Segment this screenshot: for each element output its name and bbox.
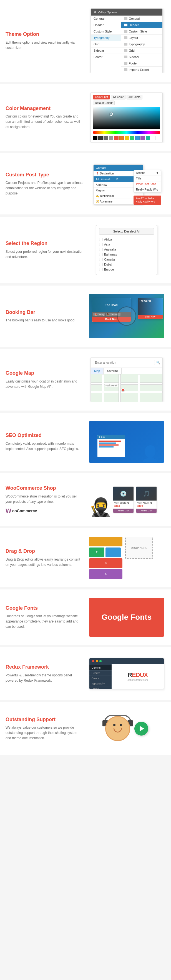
checkbox-africa[interactable]: [99, 238, 103, 241]
checkbox-bahamas[interactable]: [99, 253, 103, 256]
color-tab-alt[interactable]: Alt Color: [111, 95, 125, 99]
right-item-sidebar[interactable]: Sidebar: [121, 54, 162, 60]
tab-map[interactable]: Map: [91, 368, 103, 374]
dnd-text: Drag & Drop Drag & Drop editor allows ea…: [6, 548, 88, 568]
region-select-all[interactable]: Select / Deselect All: [99, 228, 154, 235]
dnd-cell-blue[interactable]: [106, 547, 121, 557]
booking-card-2-btn[interactable]: Book Now: [138, 315, 163, 319]
map-tabs: Map Satellite: [91, 368, 162, 374]
theme-menu-right: General Header Custom Style Layout Typog…: [121, 16, 162, 73]
menu-item-footer[interactable]: Footer: [91, 54, 121, 60]
woo-add-cart-1[interactable]: Add to Cart: [113, 509, 133, 513]
dnd-drop-zone[interactable]: DROP HERE: [125, 537, 153, 559]
swatch-teal[interactable]: [146, 136, 150, 140]
right-item-grid[interactable]: Grid: [121, 48, 162, 54]
map-marker[interactable]: [121, 388, 125, 391]
redux-dot-red: [92, 660, 94, 662]
menu-icon-import: [124, 68, 127, 71]
swatch-yellow[interactable]: [125, 136, 129, 140]
woo-product-2-img: 🎵: [136, 487, 157, 501]
menu-item-typography[interactable]: Typography: [91, 35, 121, 41]
booking-card-2-img: The Cures: [138, 298, 163, 315]
region-desc: Select your preferred region for your ne…: [6, 249, 84, 260]
redux-sidebar-typography[interactable]: Typography: [89, 681, 112, 686]
google-fonts-section: Google Fonts Hundreds of Google font let…: [0, 589, 171, 645]
color-tab-shift[interactable]: Color Shift: [93, 95, 110, 99]
swatch-gray[interactable]: [103, 136, 108, 140]
swatch-green[interactable]: [130, 136, 135, 140]
redux-sidebar-colors[interactable]: Colors: [89, 676, 112, 681]
checkbox-europe[interactable]: [99, 268, 103, 271]
dnd-cell-green[interactable]: 2: [89, 547, 104, 557]
swatch-white[interactable]: [151, 136, 155, 140]
right-item-footer[interactable]: Footer: [121, 60, 162, 67]
map-search-input[interactable]: [93, 360, 155, 365]
right-item-typography[interactable]: Typography: [121, 41, 162, 48]
redux-text-edux: EDUX: [132, 671, 148, 678]
redux-sidebar-header[interactable]: Header: [89, 671, 112, 676]
region-label-canada: Canada: [104, 258, 115, 261]
tag-diving: ⛵ Diving: [93, 313, 105, 316]
menu-item-sidebar[interactable]: Sidebar: [91, 48, 121, 54]
color-tab-all[interactable]: All Colors: [127, 95, 142, 99]
dnd-cell-red[interactable]: 3: [89, 558, 122, 568]
color-spectrum[interactable]: [93, 107, 160, 129]
woo-product-1-img: 💿: [113, 487, 133, 501]
woo-add-cart-2[interactable]: Add to Cart: [136, 509, 157, 513]
map-road-h1: [91, 382, 162, 385]
theme-option-desc: Edit theme options and view result insta…: [6, 40, 84, 51]
right-item-general[interactable]: General: [121, 16, 162, 22]
woo-text: WooCommerce Shop WooCommerce store integ…: [6, 485, 88, 514]
swatch-purple[interactable]: [141, 136, 145, 140]
menu-item-general[interactable]: General: [91, 16, 121, 22]
checkbox-australia[interactable]: [99, 248, 103, 251]
gear-icon: ⚙: [93, 10, 96, 14]
swatch-lightgray[interactable]: [109, 136, 113, 140]
menu-item-custom-style[interactable]: Custom Style: [91, 28, 121, 35]
right-item-custom-style[interactable]: Custom Style: [121, 28, 162, 35]
checkbox-canada[interactable]: [99, 258, 103, 261]
dnd-grid: 2 3 4: [89, 537, 122, 579]
fonts-title: Google Fonts: [6, 605, 84, 611]
region-item-bahamas: Bahamas: [99, 252, 154, 257]
menu-icon-custom: [124, 30, 127, 33]
woo-products: 💿 Vinyl Single #1 $100 Add to Cart 🎵 Vin…: [113, 487, 157, 513]
theme-option-section: Theme Option Edit theme options and view…: [0, 0, 171, 82]
right-item-import[interactable]: Import / Export: [121, 67, 162, 73]
theme-option-text: Theme Option Edit theme options and view…: [6, 31, 88, 51]
redux-dot-orange: [96, 660, 98, 662]
swatch-orange[interactable]: [119, 136, 124, 140]
play-icon: [139, 726, 144, 732]
color-bar[interactable]: [93, 131, 160, 134]
right-item-header[interactable]: Header: [121, 22, 162, 28]
region-text: Select the Region Select your preferred …: [6, 240, 88, 260]
map-label-hotel: Park Hotel: [104, 384, 118, 387]
menu-item-header[interactable]: Header: [91, 22, 121, 28]
theme-menu-body: General Header Custom Style Typography G…: [91, 16, 162, 73]
redux-sidebar-general[interactable]: General: [89, 665, 112, 671]
color-tab-default[interactable]: Default/Colour: [93, 100, 115, 105]
seo-image: ↑ 👤: [89, 421, 164, 463]
swatch-dark[interactable]: [98, 136, 103, 140]
region-label-dubai: Dubai: [104, 263, 112, 266]
redux-sidebar-layout[interactable]: Layout: [89, 686, 112, 689]
dnd-cell-purple[interactable]: 4: [89, 569, 122, 579]
checkbox-dubai[interactable]: [99, 263, 103, 266]
region-label-australia: Australia: [104, 248, 116, 251]
color-management-desc: Custom colors for everything! You can cr…: [6, 114, 84, 130]
dnd-cell-orange[interactable]: [89, 537, 122, 546]
menu-item-grid[interactable]: Grid: [91, 41, 121, 48]
swatch-blue[interactable]: [135, 136, 139, 140]
tab-satellite[interactable]: Satellite: [103, 368, 121, 374]
right-item-layout[interactable]: Layout: [121, 35, 162, 41]
region-item-asia: Asia: [99, 242, 154, 247]
play-button[interactable]: [135, 722, 148, 735]
swatch-red[interactable]: [114, 136, 119, 140]
drop-here-label: DROP HERE: [131, 546, 147, 549]
swatch-black[interactable]: [93, 136, 97, 140]
avatar-face: [105, 716, 130, 741]
seo-content: [97, 439, 125, 450]
checkbox-asia[interactable]: [99, 243, 103, 246]
menu-icon-header: [124, 24, 127, 26]
support-title: Outstanding Support: [6, 716, 84, 723]
